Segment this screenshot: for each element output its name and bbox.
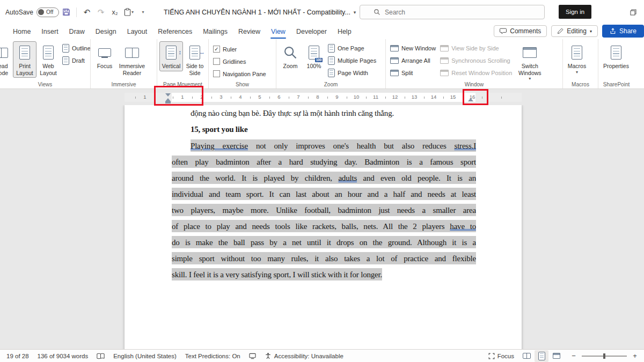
document-page[interactable]: động nào cùng bạn bè. Đây thực sự là một… bbox=[125, 105, 522, 349]
focus-mode-button[interactable]: Focus bbox=[484, 353, 518, 359]
word-count[interactable]: 136 of 9034 words bbox=[33, 350, 93, 362]
autosave-toggle[interactable]: Off bbox=[36, 8, 59, 17]
ruler-number: 1 bbox=[143, 94, 146, 100]
print-layout-icon bbox=[19, 44, 30, 61]
paragraph-line[interactable]: around the world. It is played by childr… bbox=[172, 169, 476, 186]
zoom-100-button[interactable]: 100 100% bbox=[302, 41, 326, 71]
clipboard-icon bbox=[124, 8, 131, 16]
read-mode-button[interactable]: Read Mode bbox=[0, 41, 13, 78]
tab-help[interactable]: Help bbox=[332, 25, 357, 38]
tab-view[interactable]: View bbox=[266, 25, 291, 38]
editor-status-button[interactable] bbox=[245, 350, 260, 362]
tab-insert[interactable]: Insert bbox=[36, 25, 63, 38]
group-label-window: Window bbox=[386, 82, 562, 87]
tab-draw[interactable]: Draw bbox=[64, 25, 90, 38]
focus-button[interactable]: Focus bbox=[93, 41, 116, 71]
search-input[interactable] bbox=[385, 9, 519, 16]
web-layout-view-button[interactable] bbox=[550, 350, 564, 362]
web-layout-button[interactable]: Web Layout bbox=[36, 41, 60, 78]
comment-icon bbox=[500, 28, 507, 34]
save-button[interactable] bbox=[60, 5, 72, 19]
sign-in-button[interactable]: Sign in bbox=[559, 5, 591, 19]
qat-customize-button[interactable]: ▾ bbox=[136, 5, 149, 19]
proofing-errors-button[interactable] bbox=[92, 350, 109, 362]
redo-button[interactable]: ↷ bbox=[94, 5, 107, 19]
navigation-pane-checkbox[interactable]: Navigation Pane bbox=[211, 68, 268, 79]
split-button[interactable]: Split bbox=[388, 67, 438, 78]
switch-windows-button[interactable]: Switch Windows ▾ bbox=[514, 41, 545, 83]
paragraph-line[interactable]: do is make the ball pass by a net until … bbox=[172, 234, 476, 250]
vertical-button[interactable]: ↕ Vertical bbox=[159, 41, 183, 71]
accessibility-status[interactable]: Accessibility: Unavailable bbox=[260, 350, 348, 362]
document-text[interactable]: động nào cùng bạn bè. Đây thực sự là một… bbox=[172, 105, 476, 282]
zoom-out-button[interactable]: − bbox=[570, 352, 577, 360]
focus-icon bbox=[98, 44, 111, 61]
group-label-views: Views bbox=[0, 82, 90, 87]
language-indicator[interactable]: English (United States) bbox=[109, 350, 181, 362]
checkbox-unchecked-icon bbox=[213, 58, 220, 65]
page-width-icon bbox=[328, 69, 335, 77]
tab-mailings[interactable]: Mailings bbox=[197, 25, 233, 38]
immersive-reader-button[interactable]: Immersive Reader bbox=[116, 41, 148, 78]
autosave-control[interactable]: AutoSave Off bbox=[5, 8, 59, 17]
read-mode-view-button[interactable] bbox=[519, 350, 533, 362]
new-window-button[interactable]: New Window bbox=[388, 42, 438, 54]
paragraph-line[interactable]: two players, maybe more. Unlike football… bbox=[172, 202, 476, 218]
print-layout-button[interactable]: Print Layout bbox=[13, 41, 36, 78]
chevron-down-icon: ▾ bbox=[576, 70, 578, 75]
document-title-menu[interactable]: TIẾNG ANH CHUYÊN NGÀNH 1 - MỚI NHẤT - Co… bbox=[164, 9, 356, 16]
zoom-button[interactable]: Zoom bbox=[279, 41, 302, 71]
macros-button[interactable]: Macros ▾ bbox=[565, 41, 589, 76]
editing-mode-button[interactable]: Editing ▾ bbox=[551, 25, 598, 37]
side-to-side-button[interactable]: ↔ Side to Side bbox=[183, 41, 207, 78]
draft-button[interactable]: Draft bbox=[60, 55, 90, 66]
tab-design[interactable]: Design bbox=[90, 25, 122, 38]
paragraph-line[interactable]: individual and team sport. It can last a… bbox=[172, 186, 476, 202]
paragraph-line[interactable]: simple sport without too many rules, it … bbox=[172, 250, 476, 266]
restore-window-button[interactable] bbox=[630, 8, 636, 18]
tab-layout[interactable]: Layout bbox=[122, 25, 153, 38]
outline-button[interactable]: Outline bbox=[60, 42, 90, 54]
zoom-in-button[interactable]: + bbox=[631, 352, 639, 360]
share-button[interactable]: Share bbox=[602, 25, 644, 38]
gridlines-checkbox[interactable]: Gridlines bbox=[211, 56, 268, 67]
arrange-all-button[interactable]: Arrange All bbox=[388, 55, 438, 66]
document-heading[interactable]: 15, sport you like bbox=[172, 121, 476, 137]
document-area[interactable]: động nào cùng bạn bè. Đây thực sự là một… bbox=[0, 105, 644, 349]
page-indicator[interactable]: 19 of 28 bbox=[2, 350, 33, 362]
ribbon-view-tab-content: Read Mode Print Layout Web Layout Outlin… bbox=[0, 39, 644, 89]
comments-button[interactable]: Comments bbox=[494, 25, 547, 37]
paragraph-line[interactable]: skill. I feel it is a very satisfying sp… bbox=[172, 266, 476, 282]
undo-button[interactable]: ↶ bbox=[80, 5, 93, 19]
multiple-pages-button[interactable]: Multiple Pages bbox=[326, 55, 378, 66]
web-layout-icon bbox=[43, 44, 54, 61]
zoom-slider[interactable] bbox=[582, 356, 627, 357]
ruler-number: 11 bbox=[373, 94, 378, 100]
chevron-down-icon: ▾ bbox=[131, 10, 134, 14]
page-width-button[interactable]: Page Width bbox=[326, 67, 378, 78]
tab-developer[interactable]: Developer bbox=[291, 25, 332, 38]
document-intro-line[interactable]: động nào cùng bạn bè. Đây thực sự là một… bbox=[172, 105, 476, 121]
ruler-checkbox[interactable]: ✓ Ruler bbox=[211, 43, 268, 55]
document-title: TIẾNG ANH CHUYÊN NGÀNH 1 - MỚI NHẤT - Co… bbox=[164, 9, 350, 16]
ruler-number: 3 bbox=[219, 94, 222, 100]
chevron-down-icon: ▾ bbox=[590, 29, 592, 34]
text-predictions-indicator[interactable]: Text Predictions: On bbox=[181, 350, 245, 362]
one-page-button[interactable]: One Page bbox=[326, 42, 378, 54]
ruler-ticks: 112345678910111213141516 bbox=[0, 89, 644, 105]
paragraph-line[interactable]: of place to play and needs tools like ra… bbox=[172, 218, 476, 234]
paragraph-line[interactable]: often play badminton after a hard studyi… bbox=[172, 153, 476, 169]
horizontal-ruler[interactable]: 112345678910111213141516 bbox=[0, 89, 644, 105]
macros-icon bbox=[572, 44, 582, 61]
print-layout-view-button[interactable] bbox=[535, 350, 548, 362]
paste-button[interactable]: ▾ bbox=[122, 5, 135, 19]
tab-home[interactable]: Home bbox=[8, 25, 36, 38]
tab-review[interactable]: Review bbox=[233, 25, 266, 38]
search-box[interactable] bbox=[360, 5, 545, 19]
subscript-button[interactable]: x₂ bbox=[108, 5, 121, 19]
zoom-slider-thumb[interactable] bbox=[603, 353, 605, 359]
comments-label: Comments bbox=[510, 27, 541, 35]
paragraph-line[interactable]: Playing exercise not only improves one's… bbox=[172, 137, 476, 153]
tab-references[interactable]: References bbox=[152, 25, 197, 38]
properties-button[interactable]: Properties bbox=[601, 41, 632, 71]
